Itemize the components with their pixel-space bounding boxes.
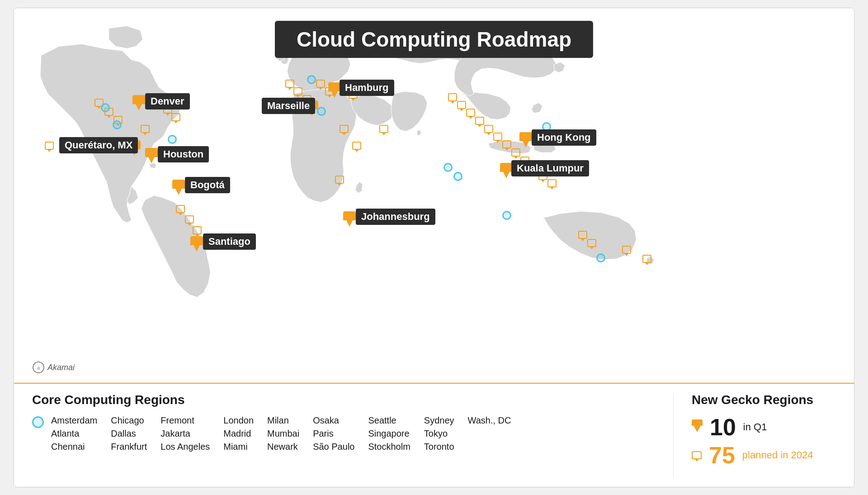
- marker-hong-kong: [519, 135, 532, 149]
- city-tokyo: Tokyo: [424, 428, 454, 439]
- outline-pin-16: [466, 109, 475, 119]
- gecko-planned-row: 75 planned in 2024: [692, 443, 836, 467]
- city-osaka: Osaka: [313, 415, 354, 426]
- blue-circle-1: [101, 103, 110, 114]
- outline-pin-15: [457, 101, 466, 111]
- outline-pin-21: [511, 148, 520, 158]
- label-johannesburg: Johannesburg: [356, 209, 435, 225]
- city-toronto: Toronto: [424, 442, 454, 452]
- label-bogota: Bogotá: [185, 177, 230, 193]
- city-milan: Milan: [267, 415, 299, 426]
- label-hamburg: Hamburg: [340, 80, 394, 96]
- label-queretaro: Querétaro, MX: [59, 137, 138, 153]
- outline-pin-35: [379, 125, 388, 135]
- blue-circle-7: [453, 172, 462, 183]
- blue-circle-10: [502, 211, 511, 222]
- city-stockholm: Stockholm: [368, 442, 410, 452]
- city-dallas: Dallas: [111, 428, 147, 439]
- gecko-q1-label: in Q1: [743, 421, 767, 433]
- gecko-q1-count: 10: [710, 415, 736, 439]
- outline-pin-36: [45, 142, 54, 152]
- outline-pin-34: [335, 176, 344, 186]
- main-container: Cloud Computing Roadmap Denver Houston Q…: [14, 8, 854, 487]
- label-santiago: Santiago: [203, 233, 256, 250]
- marker-denver: [132, 98, 145, 112]
- outline-pin-18: [484, 125, 493, 135]
- city-list: Amsterdam Chicago Fremont London Milan O…: [51, 415, 511, 452]
- city-seattle: Seattle: [368, 415, 410, 426]
- core-regions-title: Core Computing Regions: [32, 393, 655, 407]
- city-madrid: Madrid: [223, 428, 254, 439]
- outline-pin-19: [493, 133, 502, 143]
- city-atlanta: Atlanta: [51, 428, 97, 439]
- label-denver: Denver: [145, 93, 190, 109]
- city-fremont: Fremont: [160, 415, 210, 426]
- city-saopaulo: São Paulo: [313, 442, 354, 452]
- city-losangeles: Los Angeles: [160, 442, 210, 452]
- outline-pin-29: [176, 205, 185, 215]
- outline-pin-32: [340, 125, 349, 135]
- svg-text:a: a: [37, 365, 40, 371]
- outline-pin-33: [352, 142, 361, 152]
- outline-pin-25: [547, 179, 557, 189]
- city-amsterdam: Amsterdam: [51, 415, 97, 426]
- world-map: [14, 8, 854, 383]
- outline-pin-30: [185, 215, 194, 225]
- city-singapore: Singapore: [368, 428, 410, 439]
- city-empty-2: [468, 442, 511, 452]
- outline-pin-27: [587, 239, 596, 249]
- outline-pin-14: [448, 93, 457, 103]
- akamai-logo-icon: a: [32, 361, 45, 374]
- marker-kuala-lumpur: [500, 166, 513, 180]
- outline-pin-28: [622, 246, 631, 256]
- label-hong-kong: Hong Kong: [532, 129, 596, 146]
- marker-santiago: [190, 239, 203, 253]
- outline-pin-37: [642, 255, 651, 265]
- gecko-title: New Gecko Regions: [692, 393, 836, 407]
- city-london: London: [223, 415, 254, 426]
- blue-circle-2: [113, 120, 122, 131]
- outline-pin-11: [325, 87, 334, 97]
- map-title: Cloud Computing Roadmap: [275, 21, 593, 58]
- outline-pin-26: [578, 231, 587, 241]
- outline-pin-5: [171, 113, 180, 123]
- gecko-solid-pin-icon: [692, 422, 703, 432]
- akamai-text: Akamai: [47, 363, 75, 372]
- city-empty-1: [468, 428, 511, 439]
- gecko-planned-count: 75: [709, 443, 735, 467]
- city-sydney: Sydney: [424, 415, 454, 426]
- blue-circle-4: [307, 75, 316, 86]
- city-frankfurt: Frankfurt: [111, 442, 147, 452]
- map-section: Cloud Computing Roadmap Denver Houston Q…: [14, 8, 854, 383]
- gecko-q1-row: 10 in Q1: [692, 415, 836, 439]
- akamai-logo: a Akamai: [32, 361, 75, 374]
- outline-pin-6: [141, 125, 150, 135]
- marker-houston: [145, 151, 158, 165]
- legend-section: Core Computing Regions Amsterdam Chicago…: [14, 383, 854, 487]
- core-regions-grid: Amsterdam Chicago Fremont London Milan O…: [32, 415, 655, 452]
- blue-circle-3: [168, 135, 177, 146]
- city-paris: Paris: [313, 428, 354, 439]
- outline-pin-7: [285, 80, 294, 90]
- new-gecko-section: New Gecko Regions 10 in Q1 75 planned in…: [673, 393, 836, 478]
- gecko-planned-label: planned in 2024: [742, 449, 813, 461]
- label-houston: Houston: [158, 146, 209, 162]
- city-miami: Miami: [223, 442, 254, 452]
- city-chennai: Chennai: [51, 442, 97, 452]
- core-regions-icon: [32, 416, 44, 428]
- marker-bogota: [172, 182, 185, 197]
- label-marseille: Marseille: [262, 98, 315, 114]
- gecko-outline-pin-icon: [692, 451, 702, 459]
- city-mumbai: Mumbai: [267, 428, 299, 439]
- label-kuala-lumpur: Kuala Lumpur: [511, 160, 589, 176]
- city-jakarta: Jakarta: [160, 428, 210, 439]
- outline-pin-31: [193, 226, 202, 236]
- outline-pin-20: [502, 140, 511, 150]
- marker-johannesburg: [343, 214, 356, 228]
- city-chicago: Chicago: [111, 415, 147, 426]
- blue-circle-5: [317, 107, 326, 118]
- city-newark: Newark: [267, 442, 299, 452]
- blue-circle-6: [443, 163, 453, 174]
- blue-circle-11: [596, 253, 605, 264]
- outline-pin-8: [293, 87, 302, 97]
